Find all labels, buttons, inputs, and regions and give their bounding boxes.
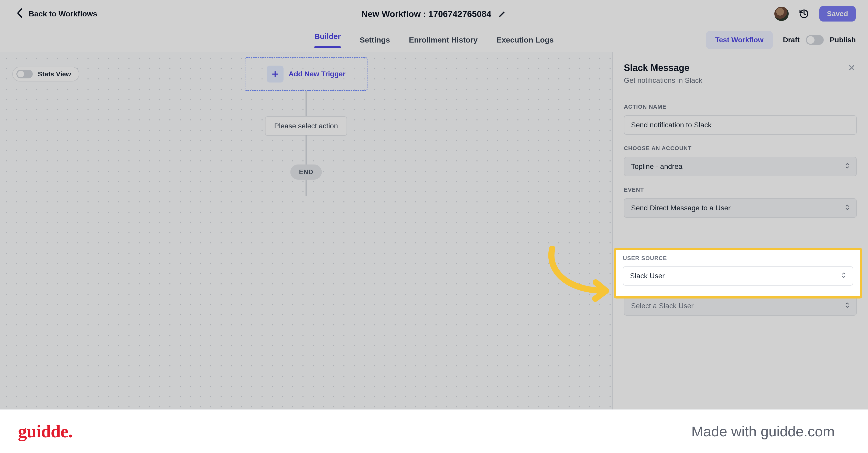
avatar[interactable] [774, 7, 789, 21]
publish-toggle[interactable] [806, 35, 824, 45]
panel-header: Slack Message Get notifications in Slack [613, 52, 868, 93]
end-node: END [290, 165, 322, 179]
pencil-icon[interactable] [497, 9, 507, 19]
panel-subtitle: Get notifications in Slack [624, 76, 846, 85]
end-label: END [299, 168, 313, 176]
choose-account-select[interactable]: Topline - andrea [624, 157, 857, 176]
chevron-updown-icon [845, 162, 849, 171]
tab-builder[interactable]: Builder [314, 25, 341, 55]
highlight-box: USER SOURCE Slack User [614, 248, 862, 299]
action-name-input[interactable]: Send notification to Slack [624, 115, 857, 135]
label-user-source: USER SOURCE [623, 255, 853, 262]
stats-view-label: Stats View [38, 70, 71, 78]
top-bar: Back to Workflows New Workflow : 1706742… [0, 0, 868, 28]
stats-view-toggle[interactable]: Stats View [12, 67, 79, 82]
connector-line [306, 91, 307, 116]
footer: guidde. Made with guidde.com [0, 409, 868, 453]
test-workflow-label: Test Workflow [715, 36, 764, 44]
account-value: Topline - andrea [631, 163, 682, 171]
plus-icon [267, 65, 283, 83]
slack-user-select[interactable]: Select a Slack User [624, 296, 857, 316]
select-action-node[interactable]: Please select action [265, 116, 347, 136]
tab-enrollment-history[interactable]: Enrollment History [408, 28, 478, 52]
slack-user-placeholder: Select a Slack User [631, 302, 693, 310]
saved-label: Saved [827, 10, 848, 18]
publish-label: Publish [830, 36, 856, 44]
toggle-icon [17, 70, 33, 78]
chevron-left-icon [17, 8, 23, 20]
event-value: Send Direct Message to a User [631, 204, 731, 212]
panel-title: Slack Message [624, 62, 846, 73]
chevron-updown-icon [845, 204, 849, 213]
history-icon[interactable] [798, 8, 810, 20]
add-trigger-label: Add New Trigger [289, 70, 345, 78]
user-source-value: Slack User [630, 272, 664, 280]
select-action-label: Please select action [274, 122, 338, 130]
saved-button[interactable]: Saved [819, 6, 856, 22]
workflow-title: New Workflow : 1706742765084 [361, 9, 491, 19]
label-choose-account: CHOOSE AN ACCOUNT [624, 145, 857, 152]
test-workflow-button[interactable]: Test Workflow [706, 31, 773, 49]
label-event: EVENT [624, 187, 857, 193]
workflow-canvas[interactable]: Stats View Add New Trigger Please select… [0, 52, 612, 453]
event-select[interactable]: Send Direct Message to a User [624, 198, 857, 218]
action-name-value: Send notification to Slack [631, 121, 711, 129]
label-action-name: ACTION NAME [624, 104, 857, 110]
close-icon[interactable] [846, 62, 857, 73]
guidde-logo: guidde. [18, 421, 72, 442]
chevron-updown-icon [841, 272, 846, 281]
tabs-bar: Builder Settings Enrollment History Exec… [0, 28, 868, 52]
tab-execution-logs[interactable]: Execution Logs [496, 28, 554, 52]
made-with-label: Made with guidde.com [691, 423, 835, 440]
workflow-title-wrap: New Workflow : 1706742765084 [361, 9, 507, 19]
tab-settings[interactable]: Settings [359, 28, 391, 52]
draft-label: Draft [783, 36, 800, 44]
user-source-select[interactable]: Slack User [623, 266, 853, 286]
add-new-trigger-button[interactable]: Add New Trigger [245, 57, 368, 91]
chevron-updown-icon [845, 302, 849, 311]
back-to-workflows-link[interactable]: Back to Workflows [17, 8, 97, 20]
back-label: Back to Workflows [29, 9, 97, 18]
